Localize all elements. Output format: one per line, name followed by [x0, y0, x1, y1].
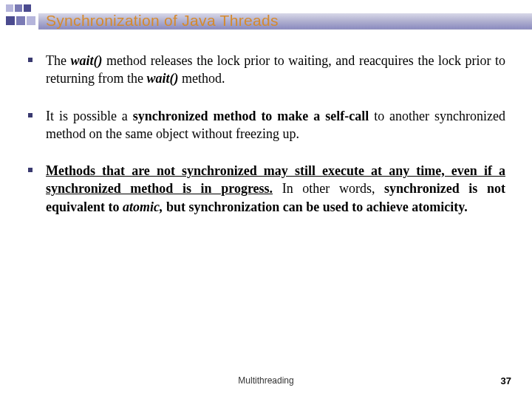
text: method releases the lock prior to waitin…	[46, 53, 505, 86]
square-icon	[15, 4, 22, 12]
text: In other words,	[273, 181, 384, 196]
code-term: wait()	[146, 71, 178, 86]
bullet-list: The wait() method releases the lock prio…	[27, 52, 505, 216]
bullet-item: The wait() method releases the lock prio…	[27, 52, 505, 88]
decoration-squares-top	[6, 4, 31, 12]
slide-title: Synchronization of Java Threads	[46, 12, 279, 30]
square-icon	[24, 4, 31, 12]
text: method.	[178, 71, 225, 86]
code-term: wait()	[71, 53, 103, 68]
square-icon	[16, 16, 25, 25]
slide-header: Synchronization of Java Threads	[0, 0, 532, 33]
bullet-item: It is possible a synchronized method to …	[27, 107, 505, 143]
text: It is possible a	[46, 109, 133, 123]
square-icon	[27, 16, 35, 25]
bold-text: but synchronization can be used to achie…	[163, 200, 468, 214]
page-number: 37	[501, 375, 511, 386]
square-icon	[6, 4, 13, 12]
text: The	[46, 53, 71, 68]
bullet-item: Methods that are not synchronized may st…	[27, 162, 505, 216]
footer-title: Multithreading	[238, 375, 293, 386]
square-icon	[6, 16, 15, 25]
decoration-squares-title	[6, 16, 35, 25]
bold-italic-text: atomic,	[123, 200, 163, 214]
slide-content: The wait() method releases the lock prio…	[27, 52, 505, 235]
slide-footer: Multithreading 37	[0, 375, 532, 390]
bold-text: synchronized method to make a self-call	[133, 109, 369, 123]
